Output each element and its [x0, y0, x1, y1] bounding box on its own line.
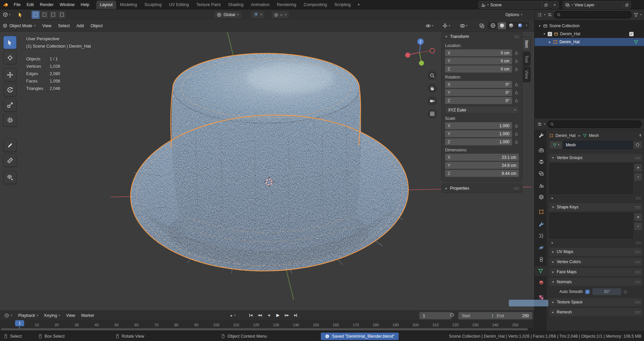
rotation-field[interactable]: Z0°	[445, 97, 512, 104]
select-mode-set[interactable]	[31, 10, 40, 19]
gizmo-x-neg-axis[interactable]	[430, 48, 435, 53]
add-workspace-button[interactable]: +	[354, 2, 363, 7]
navigation-gizmo[interactable]: Z	[401, 36, 438, 68]
gizmo-x-axis[interactable]	[405, 53, 410, 58]
frame-start-field[interactable]: Start 1	[458, 312, 498, 320]
properties-subpanel-header[interactable]: ▸ Properties	[442, 184, 522, 193]
marker-menu[interactable]: Marker	[78, 313, 97, 318]
properties-editor-icon[interactable]	[537, 122, 542, 127]
shape-key-specials-button[interactable]: ▾	[634, 222, 642, 231]
tab-world[interactable]	[536, 192, 547, 202]
breadcrumb-object[interactable]: Denim_Hat	[555, 133, 576, 138]
shading-material-button[interactable]	[507, 22, 515, 29]
section-face-maps[interactable]: ▸ Face Maps	[549, 268, 642, 276]
timeline-scrollbar[interactable]	[1, 328, 533, 330]
jump-to-start-button[interactable]: ◀	[247, 311, 254, 319]
workspace-tab[interactable]: Scripting	[331, 1, 354, 9]
outliner-row-scene-collection[interactable]: ▾ Scene Collection	[535, 22, 644, 30]
panel-grip[interactable]	[635, 301, 640, 304]
breadcrumb-data[interactable]: Mesh	[589, 133, 599, 138]
workspace-tab[interactable]: Animation	[247, 1, 274, 9]
tool-scale[interactable]	[3, 98, 16, 111]
pan-button[interactable]	[428, 84, 437, 93]
visibility-dropdown[interactable]: ▾	[426, 23, 433, 29]
shading-wireframe-button[interactable]	[489, 22, 497, 29]
properties-search-input[interactable]	[547, 120, 642, 128]
lock-icon[interactable]	[514, 99, 519, 103]
viewport-menu-item[interactable]: Select	[55, 23, 73, 28]
shading-solid-button[interactable]	[498, 22, 506, 29]
menu-item[interactable]: Edit	[23, 0, 37, 9]
frame-end-field[interactable]: End 250	[493, 312, 533, 320]
snapping-toggle[interactable]: ▾	[251, 11, 265, 19]
saved-notification[interactable]: Saved "DenimHat_Blender.blend"	[321, 333, 399, 340]
camera-view-button[interactable]	[428, 96, 437, 106]
lock-icon[interactable]	[514, 67, 519, 71]
rotation-field[interactable]: Y0°	[445, 89, 512, 96]
workspace-tab[interactable]: UV Editing	[165, 1, 193, 9]
outliner-editor-icon[interactable]	[537, 12, 542, 17]
animate-property-dot[interactable]	[624, 290, 627, 293]
workspace-tab[interactable]: Sculpting	[141, 1, 165, 9]
collection-checkbox[interactable]: ✓	[548, 32, 552, 36]
timeline-ruler[interactable]: 1 10203040506070809010011012013014015016…	[0, 320, 534, 331]
lock-icon[interactable]	[514, 83, 519, 87]
mode-dropdown[interactable]: Object Mode ▾	[3, 23, 36, 28]
gizmos-dropdown[interactable]: ▾	[442, 23, 450, 29]
tab-physics[interactable]	[536, 243, 547, 253]
xray-toggle[interactable]	[479, 23, 485, 29]
add-shape-key-button[interactable]: +	[634, 213, 642, 221]
section-shape-keys[interactable]: ▾ Shape Keys	[549, 203, 642, 211]
section-vertex-groups[interactable]: ▾ Vertex Groups	[549, 154, 642, 162]
panel-grip[interactable]	[635, 250, 640, 253]
panel-grip[interactable]	[635, 281, 640, 284]
sidebar-tab[interactable]: View	[523, 67, 531, 82]
editor-type-button[interactable]: ▾	[3, 12, 10, 17]
panel-grip[interactable]	[514, 187, 519, 190]
lock-icon[interactable]	[514, 91, 519, 95]
scale-field[interactable]: Y1.000	[445, 130, 512, 137]
next-keyframe-button[interactable]: ▶▶	[283, 311, 291, 319]
location-field[interactable]: X0 cm	[445, 49, 512, 56]
menu-item[interactable]: Help	[78, 0, 92, 9]
view-menu[interactable]: View	[63, 313, 78, 318]
display-mode-icon[interactable]	[547, 12, 552, 17]
shading-rendered-button[interactable]	[516, 22, 524, 29]
tool-measure[interactable]	[3, 154, 16, 167]
panel-grip[interactable]	[635, 311, 640, 314]
lock-icon[interactable]	[514, 59, 519, 63]
panel-grip[interactable]	[635, 271, 640, 274]
panel-grip[interactable]	[635, 156, 640, 159]
tab-render[interactable]	[536, 145, 547, 155]
tab-output[interactable]	[536, 157, 547, 167]
lock-icon[interactable]	[514, 51, 519, 55]
outliner-row-object[interactable]: ▸ Denim_Hat	[535, 38, 644, 46]
section-uv-maps[interactable]: ▸ UV Maps	[549, 248, 642, 256]
jump-to-end-button[interactable]: ▶	[292, 311, 300, 319]
denim-hat-object[interactable]	[128, 53, 411, 276]
tab-tool[interactable]	[536, 130, 547, 140]
zoom-button[interactable]	[428, 71, 437, 80]
new-view-layer-button[interactable]	[623, 1, 631, 9]
sidebar-tab[interactable]: Tool	[523, 52, 531, 66]
playhead[interactable]: 1	[15, 320, 24, 326]
tab-object-data[interactable]	[535, 266, 547, 276]
tool-add-cube[interactable]	[3, 171, 16, 184]
tool-select-box[interactable]	[3, 36, 16, 49]
tab-view-layer[interactable]	[536, 168, 547, 179]
workspace-tab[interactable]: Rendering	[273, 1, 300, 9]
sidebar-tab[interactable]: Item	[523, 37, 531, 51]
lock-icon[interactable]	[514, 132, 519, 136]
tool-annotate[interactable]	[3, 139, 16, 152]
tab-object[interactable]	[536, 207, 547, 217]
vertex-groups-subpanel[interactable]: ▸	[549, 195, 642, 201]
panel-grip[interactable]	[635, 260, 640, 263]
datablock-browse-button[interactable]: ▾	[549, 141, 563, 149]
dimension-field[interactable]: Y24.8 cm	[445, 162, 519, 169]
tab-modifiers[interactable]	[536, 219, 547, 229]
lock-icon[interactable]	[514, 140, 519, 144]
fake-user-button[interactable]	[633, 141, 642, 149]
viewport-menu-item[interactable]: Add	[73, 23, 87, 28]
viewport-menu-item[interactable]: View	[39, 23, 55, 28]
collection-enable-checkbox[interactable]: ✓	[629, 32, 634, 36]
